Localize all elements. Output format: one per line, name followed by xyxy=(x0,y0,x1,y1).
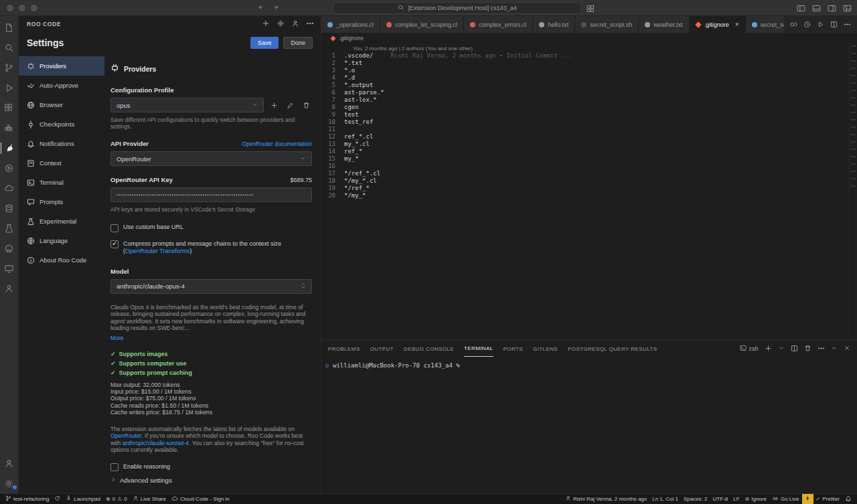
go-live-status[interactable]: Go Live xyxy=(769,494,802,504)
nav-item-experimental[interactable]: Experimental xyxy=(19,212,104,231)
indentation-status[interactable]: Spaces: 2 xyxy=(681,494,710,504)
openrouter-transforms-link[interactable]: OpenRouter Transforms xyxy=(125,248,190,254)
new-terminal-icon[interactable] xyxy=(765,345,772,353)
cloud-code-icon[interactable] xyxy=(1,183,18,194)
add-profile-icon[interactable] xyxy=(268,99,280,111)
nav-item-about[interactable]: About Roo Code xyxy=(19,250,104,270)
terminal-output[interactable]: williamli@MacBook-Pro-70 cs143_a4 % xyxy=(321,357,857,493)
editor-tab-gitignore[interactable]: .gitignore× xyxy=(690,16,746,33)
cursor-position[interactable]: Ln 1, Col 1 xyxy=(649,494,681,504)
sync-status[interactable] xyxy=(52,494,63,504)
gitlens-codelens[interactable]: You, 2 months ago | 2 authors (You and o… xyxy=(353,45,857,52)
minimap[interactable] xyxy=(849,44,857,340)
cloud-code-status[interactable]: Cloud Code - Sign in xyxy=(169,494,232,504)
run-and-debug-icon[interactable] xyxy=(1,82,18,94)
search-icon[interactable] xyxy=(1,42,18,54)
settings-icon[interactable] xyxy=(277,18,285,30)
ignore-status[interactable]: ⊘Ignore xyxy=(743,494,769,504)
kill-terminal-icon[interactable] xyxy=(804,345,811,353)
toggle-secondary-sidebar-icon[interactable] xyxy=(828,3,836,15)
file-history-icon[interactable] xyxy=(803,19,811,31)
toggle-primary-sidebar-icon[interactable] xyxy=(797,3,805,15)
editor-tab-secret-script[interactable]: secret_script.sh xyxy=(575,16,639,33)
github-icon[interactable] xyxy=(1,243,18,254)
edit-profile-icon[interactable] xyxy=(284,99,296,111)
editor-tab-secret-script-2[interactable]: secret_scrip xyxy=(746,16,784,33)
panel-tab-ports[interactable]: PORTS xyxy=(503,341,523,357)
split-terminal-icon[interactable] xyxy=(791,345,798,353)
nav-item-language[interactable]: Language xyxy=(19,231,104,250)
close-window-button[interactable] xyxy=(7,5,13,11)
settings-gear-icon[interactable] xyxy=(1,478,18,489)
remote-explorer-icon[interactable] xyxy=(1,263,18,274)
blame-status[interactable]: Rishi Raj Verma, 2 months ago xyxy=(562,494,649,504)
encoding-status[interactable]: UTF-8 xyxy=(710,494,731,504)
close-tab-icon[interactable]: × xyxy=(735,21,739,28)
panel-tab-postgresql-query-results[interactable]: POSTGRESQL QUERY RESULTS xyxy=(568,341,657,357)
nav-item-browser[interactable]: Browser xyxy=(19,95,104,114)
save-button[interactable]: Save xyxy=(250,37,279,49)
live-share-icon[interactable] xyxy=(1,283,18,295)
testing-icon[interactable] xyxy=(1,223,18,234)
editor-tab-complex-errors[interactable]: complex_errors.cl xyxy=(464,16,533,33)
open-changes-icon[interactable] xyxy=(790,19,797,31)
new-task-icon[interactable] xyxy=(262,18,270,30)
model-select[interactable]: anthropic/claude-opus-4 xyxy=(110,279,312,294)
prettier-status[interactable]: ✓Prettier xyxy=(813,494,843,504)
custom-base-url-checkbox[interactable] xyxy=(110,224,119,232)
database-icon[interactable] xyxy=(1,203,18,214)
openrouter-docs-link[interactable]: OpenRouter documentation xyxy=(242,141,312,147)
panel-tab-output[interactable]: OUTPUT xyxy=(370,341,394,357)
chevron-down-icon[interactable] xyxy=(778,345,785,353)
more-icon[interactable] xyxy=(306,18,314,30)
nav-item-auto-approve[interactable]: Auto-Approve xyxy=(19,76,104,95)
problems-status[interactable]: ⊗0⚠0 xyxy=(103,494,130,504)
terminal-instance[interactable]: zsh xyxy=(740,345,759,353)
notifications-status[interactable] xyxy=(842,494,854,504)
claude-sonnet-link[interactable]: anthropic/claude-sonnet-4 xyxy=(123,440,189,446)
model-more-link[interactable]: More xyxy=(110,335,124,341)
delete-profile-icon[interactable] xyxy=(300,99,312,111)
history-back-icon[interactable] xyxy=(256,2,264,14)
toggle-panel-icon[interactable] xyxy=(812,3,821,15)
history-forward-icon[interactable] xyxy=(272,2,281,14)
editor-tab-operations[interactable]: _operations.cl xyxy=(321,16,380,33)
account-icon[interactable] xyxy=(291,18,299,30)
explorer-icon[interactable] xyxy=(1,22,18,33)
zoom-window-button[interactable] xyxy=(31,5,37,11)
command-center[interactable]: [Extension Development Host] cs143_a4 xyxy=(333,2,582,14)
editor-tab-hello[interactable]: hello.txt xyxy=(533,16,575,33)
api-key-input[interactable]: ••••••••••••••••••••••••••••••••••••••••… xyxy=(110,187,312,202)
more-actions-icon[interactable] xyxy=(817,345,825,353)
eol-status[interactable]: LF xyxy=(730,494,742,504)
extensions-icon[interactable] xyxy=(1,102,18,114)
continue-icon[interactable] xyxy=(1,163,18,174)
run-icon[interactable] xyxy=(817,19,824,31)
launchpad-status[interactable]: Launchpad xyxy=(63,494,103,504)
nav-item-notifications[interactable]: Notifications xyxy=(19,134,104,153)
nav-item-terminal[interactable]: Terminal xyxy=(19,173,104,192)
nav-item-prompts[interactable]: Prompts xyxy=(19,192,104,212)
roo-code-icon[interactable] xyxy=(1,143,18,154)
maximize-panel-icon[interactable] xyxy=(831,345,838,353)
panel-tab-problems[interactable]: PROBLEMS xyxy=(328,341,360,357)
source-control-icon[interactable] xyxy=(1,62,18,74)
panel-tab-gitlens[interactable]: GITLENS xyxy=(533,341,558,357)
account-icon[interactable] xyxy=(1,458,18,469)
panel-tab-terminal[interactable]: TERMINAL xyxy=(464,341,493,357)
compress-prompts-checkbox[interactable]: ✓ xyxy=(110,240,119,248)
docker-icon[interactable] xyxy=(1,122,18,134)
enable-reasoning-checkbox[interactable] xyxy=(110,463,119,471)
code-editor[interactable]: You, 2 months ago | 2 authors (You and o… xyxy=(321,44,857,340)
api-provider-select[interactable]: OpenRouter xyxy=(110,151,312,166)
layout-grid-icon[interactable] xyxy=(587,3,595,15)
split-editor-icon[interactable] xyxy=(830,19,838,31)
editor-tab-weather[interactable]: weather.txt xyxy=(639,16,690,33)
nav-item-context[interactable]: Context xyxy=(19,153,104,173)
breadcrumb[interactable]: .gitignore xyxy=(321,33,857,44)
editor-tab-complex-let-scoping[interactable]: complex_let_scoping.cl xyxy=(380,16,464,33)
openrouter-link[interactable]: OpenRouter xyxy=(110,432,141,439)
close-panel-icon[interactable] xyxy=(844,345,850,353)
nav-item-providers[interactable]: Providers xyxy=(19,56,104,76)
done-button[interactable]: Done xyxy=(283,37,313,49)
